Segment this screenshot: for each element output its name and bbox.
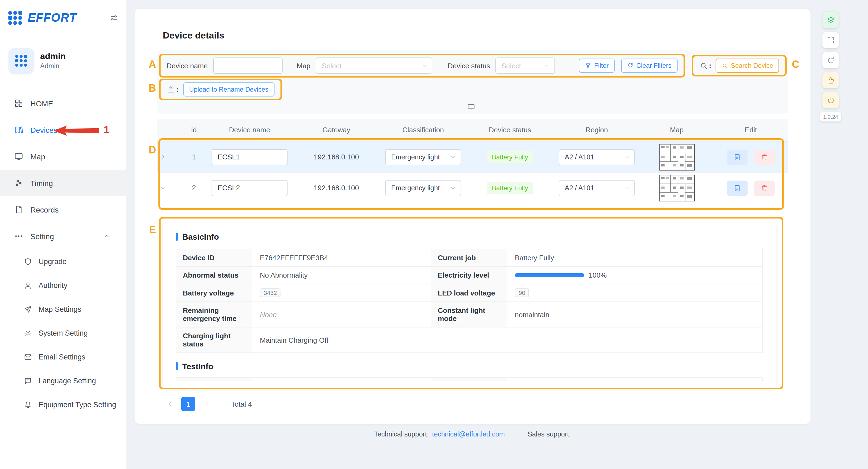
abnormal-status-value: No Abnormality bbox=[252, 267, 431, 283]
col-map: Map bbox=[640, 126, 713, 134]
sidebar-item-authority[interactable]: Authority bbox=[0, 273, 126, 297]
trash-icon bbox=[761, 184, 768, 192]
clear-filters-button[interactable]: Clear Filters bbox=[621, 59, 677, 73]
upload-icon bbox=[166, 85, 175, 94]
collapse-menu-icon[interactable] bbox=[110, 13, 118, 22]
send-icon bbox=[24, 305, 32, 313]
refresh-button[interactable] bbox=[823, 52, 839, 68]
table-rows: D 1 192.168.0.100 Emergency light bbox=[157, 141, 788, 203]
theme-layers-button[interactable] bbox=[823, 12, 839, 28]
sidebar-item-timing[interactable]: Timing bbox=[0, 170, 126, 196]
page-number-button[interactable]: 1 bbox=[181, 397, 195, 411]
user-card: admin Admin bbox=[0, 36, 126, 86]
filter-button[interactable]: Filter bbox=[579, 59, 614, 73]
logo-row: EFFORT bbox=[0, 0, 126, 36]
test-info-title: TestInfo bbox=[176, 362, 763, 371]
column-settings-icon[interactable] bbox=[159, 101, 783, 113]
device-name-label: Device name bbox=[166, 62, 208, 70]
sub-item-label: Email Settings bbox=[38, 353, 86, 361]
chevron-down-icon bbox=[544, 62, 550, 69]
edit-device-button[interactable] bbox=[727, 180, 748, 196]
abnormal-status-label: Abnormal status bbox=[176, 267, 252, 283]
upload-group: B : Upload to Rename Devices bbox=[159, 79, 282, 100]
electricity-progress-bar bbox=[515, 273, 584, 277]
expand-row-icon[interactable] bbox=[157, 151, 169, 163]
chevron-down-icon bbox=[450, 154, 456, 160]
power-button[interactable] bbox=[823, 92, 839, 108]
region-select[interactable]: A2 / A101 bbox=[559, 149, 635, 165]
edit-device-button[interactable] bbox=[727, 149, 748, 165]
map-thumbnail[interactable] bbox=[640, 174, 713, 201]
collapse-row-icon[interactable] bbox=[157, 182, 169, 194]
device-name-cell-input[interactable] bbox=[212, 180, 287, 196]
sidebar-item-devices[interactable]: Devices bbox=[0, 116, 126, 143]
device-status-select[interactable]: Select bbox=[495, 58, 555, 74]
search-colon: : bbox=[709, 61, 711, 70]
device-name-input[interactable] bbox=[213, 58, 283, 74]
refresh-icon bbox=[827, 56, 835, 64]
device-status-filter-label: Device status bbox=[447, 62, 490, 70]
col-device-name: Device name bbox=[206, 126, 293, 134]
next-page-button[interactable] bbox=[199, 397, 214, 411]
region-value: A2 / A101 bbox=[565, 184, 620, 192]
prev-page-button[interactable] bbox=[163, 397, 177, 411]
file-icon bbox=[14, 205, 23, 214]
gear-icon bbox=[24, 329, 32, 337]
sidebar-item-setting[interactable]: Setting bbox=[0, 223, 126, 249]
sidebar-item-label: Map bbox=[30, 152, 45, 161]
app-root: EFFORT admin Admin bbox=[0, 0, 868, 469]
feedback-button[interactable] bbox=[823, 72, 839, 88]
sidebar-item-language-setting[interactable]: Language Setting bbox=[0, 369, 126, 393]
sidebar-item-equipment-type-setting[interactable]: Equipment Type Setting bbox=[0, 393, 126, 416]
remaining-emergency-time-label: Remaining emergency time bbox=[176, 302, 252, 327]
col-id: id bbox=[182, 126, 206, 134]
table-header-row: id Device name Gateway Classification De… bbox=[157, 119, 788, 141]
search-device-label: Search Device bbox=[731, 62, 773, 69]
col-edit: Edit bbox=[713, 126, 788, 134]
home-grid-icon bbox=[14, 99, 23, 108]
sidebar-item-label: HOME bbox=[30, 99, 53, 108]
sub-item-label: Authority bbox=[38, 281, 67, 289]
sidebar-item-email-settings[interactable]: Email Settings bbox=[0, 345, 126, 369]
sidebar-item-system-setting[interactable]: System Setting bbox=[0, 321, 126, 345]
sidebar-item-upgrade[interactable]: Upgrade bbox=[0, 249, 126, 273]
classification-select[interactable]: Emergency light bbox=[385, 180, 461, 196]
delete-device-button[interactable] bbox=[754, 149, 775, 165]
sidebar-item-label: Devices bbox=[30, 126, 58, 134]
total-count: Total 4 bbox=[231, 400, 252, 408]
led-load-voltage-value: 90 bbox=[515, 289, 529, 297]
map-filter-label: Map bbox=[297, 62, 311, 70]
fullscreen-button[interactable] bbox=[823, 32, 839, 48]
sub-item-label: System Setting bbox=[38, 329, 88, 337]
tech-support-email-link[interactable]: technical@effortled.com bbox=[432, 431, 505, 438]
classification-select[interactable]: Emergency light bbox=[385, 149, 461, 165]
section-accent-bar bbox=[176, 362, 178, 370]
cell-gateway: 192.168.0.100 bbox=[293, 153, 380, 161]
upload-rename-label: Upload to Rename Devices bbox=[189, 86, 268, 93]
sidebar-item-records[interactable]: Records bbox=[0, 196, 126, 223]
ellipsis-icon bbox=[14, 232, 23, 241]
cell-id: 1 bbox=[182, 153, 206, 161]
effort-logo-icon bbox=[6, 9, 24, 27]
search-device-button[interactable]: Search Device bbox=[716, 59, 779, 73]
charging-light-status-value: Maintain Charging Off bbox=[252, 328, 762, 353]
mail-icon bbox=[24, 353, 32, 361]
tech-support-label: Technical support: bbox=[374, 431, 429, 438]
bell-icon bbox=[24, 400, 32, 408]
power-icon bbox=[827, 96, 835, 104]
floor-plan-thumbnail bbox=[659, 143, 695, 170]
funnel-icon bbox=[585, 62, 591, 69]
device-name-cell-input[interactable] bbox=[212, 149, 287, 165]
sidebar-item-home[interactable]: HOME bbox=[0, 90, 126, 116]
region-select[interactable]: A2 / A101 bbox=[559, 180, 635, 196]
sub-item-label: Language Setting bbox=[38, 376, 96, 385]
delete-device-button[interactable] bbox=[754, 180, 775, 196]
sidebar-item-map-settings[interactable]: Map Settings bbox=[0, 297, 126, 321]
user-role: Admin bbox=[40, 62, 66, 70]
monitor-icon bbox=[14, 152, 23, 161]
map-thumbnail[interactable] bbox=[640, 143, 713, 170]
sidebar-item-map[interactable]: Map bbox=[0, 143, 126, 170]
upload-rename-button[interactable]: Upload to Rename Devices bbox=[183, 82, 274, 97]
col-region: Region bbox=[553, 126, 640, 134]
map-select[interactable]: Select bbox=[316, 58, 432, 74]
